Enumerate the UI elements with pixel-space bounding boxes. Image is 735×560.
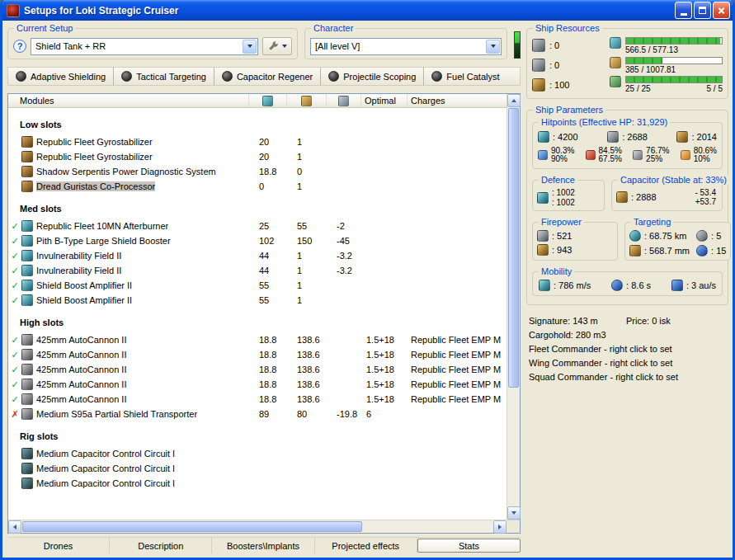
module-charges-value: Republic Fleet EMP M bbox=[408, 335, 506, 345]
module-icon bbox=[21, 463, 33, 474]
module-charges-value: Republic Fleet EMP M bbox=[408, 394, 506, 404]
subsystem-tab[interactable]: Projectile Scoping bbox=[321, 68, 424, 85]
module-row[interactable]: 425mm AutoCannon II 18.8 138.6 1.5+18 Re… bbox=[8, 392, 506, 407]
hull-hp-value: : 2014 bbox=[691, 132, 717, 142]
capacitor-icon bbox=[338, 96, 349, 106]
module-row[interactable]: Shadow Serpentis Power Diagnostic System… bbox=[8, 164, 506, 179]
ship-info: Signature: 143 m Price: 0 isk Cargohold:… bbox=[526, 314, 728, 384]
module-row[interactable]: Pith B-Type Large Shield Booster 102 150… bbox=[8, 233, 506, 248]
character-dropdown[interactable]: [All level V] bbox=[310, 38, 502, 55]
module-row[interactable]: Invulnerability Field II 44 1 -3.2 bbox=[8, 248, 506, 263]
module-powergrid-value: 1 bbox=[287, 181, 327, 191]
defence-value-2: : 1002 bbox=[552, 198, 575, 207]
armor-resist-value: 25% bbox=[646, 155, 669, 163]
module-name: Shadow Serpentis Power Diagnostic System bbox=[36, 167, 216, 176]
scroll-up-button[interactable] bbox=[507, 94, 521, 107]
setup-dropdown-arrow-icon[interactable] bbox=[243, 40, 257, 54]
subsystem-icon bbox=[328, 71, 339, 82]
module-row[interactable]: Republic Fleet 10MN Afterburner 25 55 -2 bbox=[8, 219, 506, 233]
module-charges-value: Republic Fleet EMP M bbox=[408, 350, 506, 360]
subsystem-tab[interactable]: Adaptive Shielding bbox=[8, 68, 114, 85]
bottom-tab[interactable]: Description bbox=[110, 538, 212, 553]
module-status-icon bbox=[8, 350, 21, 360]
module-cpu-value: 18.8 bbox=[249, 394, 287, 404]
module-row[interactable]: Medium Capacitor Control Circuit I bbox=[8, 461, 506, 476]
module-name: Shield Boost Amplifier II bbox=[36, 295, 132, 305]
tools-button[interactable] bbox=[262, 37, 292, 55]
module-name: Invulnerability Field II bbox=[36, 251, 121, 261]
module-icon bbox=[21, 151, 33, 162]
module-row[interactable]: Shield Boost Amplifier II 55 1 bbox=[8, 278, 506, 293]
horizontal-scroll-thumb[interactable] bbox=[22, 521, 362, 532]
resist-cell: 90.3% 90% bbox=[538, 147, 574, 163]
horizontal-scroll-track[interactable] bbox=[21, 520, 493, 533]
bottom-tab[interactable]: Projected effects bbox=[315, 538, 417, 553]
squad-commander-hint[interactable]: Squad Commander - right click to set bbox=[529, 370, 726, 384]
subsystem-tab[interactable]: Tactical Targeting bbox=[114, 68, 214, 85]
maximize-button[interactable] bbox=[694, 2, 711, 19]
med-slots-header: Med slots bbox=[20, 204, 506, 214]
sensor-strength-icon bbox=[696, 245, 708, 256]
module-cpu-value: 55 bbox=[249, 280, 287, 290]
horizontal-scrollbar[interactable] bbox=[8, 520, 506, 533]
module-row[interactable]: Dread Guristas Co-Processor 0 1 bbox=[8, 179, 506, 194]
module-cpu-value: 55 bbox=[249, 295, 287, 305]
title-bar[interactable]: Setups for Loki Strategic Cruiser bbox=[2, 0, 733, 21]
module-row[interactable]: Invulnerability Field II 44 1 -3.2 bbox=[8, 263, 506, 278]
module-row[interactable]: 425mm AutoCannon II 18.8 138.6 1.5+18 Re… bbox=[8, 332, 506, 347]
module-row[interactable]: Republic Fleet Gyrostabilizer 20 1 bbox=[8, 149, 506, 164]
module-powergrid-value: 55 bbox=[287, 221, 327, 231]
optimal-column-header: Optimal bbox=[365, 96, 396, 106]
module-optimal-value: 1.5+18 bbox=[361, 350, 408, 360]
module-icon bbox=[21, 220, 33, 232]
subsystem-tab[interactable]: Capacitor Regener bbox=[214, 68, 321, 85]
module-cap-value: -3.2 bbox=[327, 251, 361, 261]
module-row[interactable]: Republic Fleet Gyrostabilizer 20 1 bbox=[8, 134, 506, 149]
module-icon bbox=[21, 280, 33, 291]
vertical-scroll-track[interactable] bbox=[507, 107, 520, 506]
bottom-tab[interactable]: Drones bbox=[7, 538, 110, 553]
module-row[interactable]: 425mm AutoCannon II 18.8 138.6 1.5+18 Re… bbox=[8, 347, 506, 362]
module-optimal-value: 1.5+18 bbox=[361, 365, 408, 374]
align-time-value: : 8.6 s bbox=[626, 280, 651, 290]
module-name: 425mm AutoCannon II bbox=[36, 365, 126, 374]
wing-commander-hint[interactable]: Wing Commander - right click to set bbox=[529, 356, 726, 370]
module-icon bbox=[21, 235, 33, 247]
module-cpu-value: 44 bbox=[249, 251, 287, 261]
character-dropdown-arrow-icon[interactable] bbox=[486, 40, 500, 54]
close-button[interactable] bbox=[713, 2, 730, 19]
scroll-right-button[interactable] bbox=[493, 520, 506, 534]
minimize-button[interactable] bbox=[675, 2, 692, 19]
scan-resolution-value: : 568.7 mm bbox=[644, 246, 690, 256]
module-cpu-value: 44 bbox=[249, 266, 287, 275]
module-powergrid-value: 138.6 bbox=[287, 350, 327, 360]
vertical-scroll-thumb[interactable] bbox=[508, 108, 519, 388]
bottom-tab[interactable]: Boosters\Implants bbox=[212, 538, 314, 553]
scroll-down-button[interactable] bbox=[507, 506, 521, 520]
module-name: Medium Capacitor Control Circuit I bbox=[36, 464, 175, 473]
module-row[interactable]: Shield Boost Amplifier II 55 1 bbox=[8, 293, 506, 308]
setup-dropdown[interactable]: Shield Tank + RR bbox=[31, 38, 258, 55]
table-header: Modules Optimal Charges bbox=[8, 94, 506, 108]
module-row[interactable]: Medium Capacitor Control Circuit I bbox=[8, 476, 506, 491]
module-row[interactable]: 425mm AutoCannon II 18.8 138.6 1.5+18 Re… bbox=[8, 377, 506, 392]
bottom-tab[interactable]: Stats bbox=[417, 539, 521, 553]
left-arrow-icon bbox=[13, 525, 16, 529]
vertical-scrollbar[interactable] bbox=[506, 94, 520, 520]
volley-value: : 943 bbox=[552, 245, 572, 255]
launcher-hardpoints-value: : 0 bbox=[549, 60, 559, 70]
module-row[interactable]: 425mm AutoCannon II 18.8 138.6 1.5+18 Re… bbox=[8, 362, 506, 377]
scroll-left-button[interactable] bbox=[8, 520, 21, 534]
fleet-commander-hint[interactable]: Fleet Commander - right click to set bbox=[529, 342, 726, 356]
armor-icon bbox=[607, 131, 619, 143]
module-name: 425mm AutoCannon II bbox=[36, 335, 126, 345]
subsystem-tab[interactable]: Fuel Catalyst bbox=[424, 68, 506, 85]
module-name: Republic Fleet Gyrostabilizer bbox=[36, 137, 153, 147]
module-icon bbox=[21, 166, 33, 177]
module-row[interactable]: Medium S95a Partial Shield Transporter 8… bbox=[8, 407, 506, 421]
help-icon[interactable]: ? bbox=[13, 40, 26, 53]
module-row[interactable]: Medium Capacitor Control Circuit I bbox=[8, 446, 506, 461]
dps-value: : 521 bbox=[552, 231, 572, 241]
bottom-tab-label: Drones bbox=[44, 541, 73, 551]
close-icon bbox=[717, 6, 726, 15]
